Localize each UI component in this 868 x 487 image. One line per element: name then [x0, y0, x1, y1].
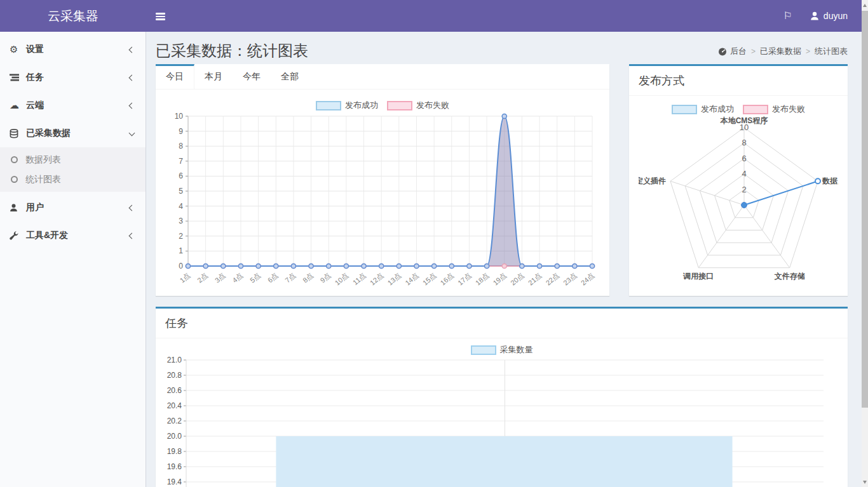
- chevron-left-icon: [129, 232, 135, 239]
- flag-menu-button[interactable]: ⚐: [775, 0, 801, 32]
- y-axis-label: 20.8: [167, 371, 182, 380]
- data-point: [467, 264, 471, 268]
- publish-method-radar-chart: 246810本地CMS程序数据库文件存储调用接口自定义插件: [639, 115, 838, 288]
- radar-axis-label: 数据库: [822, 177, 838, 185]
- radar-spoke: [670, 181, 744, 205]
- user-icon: [810, 11, 819, 20]
- data-point: [520, 264, 524, 268]
- data-point: [256, 264, 261, 268]
- hourly-chart-legend: 发布成功发布失败: [156, 100, 609, 111]
- circle-icon: [11, 156, 18, 163]
- legend-item[interactable]: 发布成功: [672, 103, 734, 115]
- sidebar-item-statistics-chart[interactable]: 统计图表: [0, 170, 146, 189]
- data-point: [432, 264, 437, 268]
- radar-tick-label: 6: [742, 154, 746, 163]
- sidebar-item-settings[interactable]: ⚙ 设置: [0, 36, 146, 63]
- sidebar-item-collected-data[interactable]: 已采集数据 数据列表 统计图表: [0, 119, 146, 192]
- legend-item[interactable]: 发布成功: [316, 100, 378, 111]
- cloud-icon: ☁: [10, 100, 26, 111]
- radar-axis-label: 调用接口: [682, 272, 714, 281]
- y-axis-label: 20.2: [167, 417, 182, 425]
- radar-tick-label: 4: [742, 169, 746, 178]
- tab-this-month[interactable]: 本月: [194, 64, 233, 89]
- x-axis-label: 10点: [334, 271, 350, 286]
- radar-axis-label: 自定义插件: [639, 177, 666, 185]
- y-axis-label: 8: [179, 142, 183, 150]
- x-axis-label: 23点: [562, 271, 578, 286]
- data-point: [238, 264, 243, 268]
- publish-method-panel: 发布方式 发布成功发布失败 246810本地CMS程序数据库文件存储调用接口自定…: [629, 64, 848, 296]
- data-point: [537, 264, 541, 268]
- x-axis-label: 24点: [580, 271, 596, 286]
- y-axis-label: 20.6: [167, 386, 182, 395]
- dashboard-icon: [718, 47, 727, 56]
- down-arrow-icon: [863, 481, 867, 484]
- radar-data-point: [742, 203, 747, 208]
- y-axis-label: 9: [179, 127, 183, 136]
- data-point: [203, 264, 208, 268]
- legend-item[interactable]: 采集数量: [471, 344, 533, 356]
- x-axis-label: 22点: [544, 271, 560, 286]
- tab-all[interactable]: 全部: [271, 64, 309, 89]
- sidebar: ⚙ 设置 任务 ☁ 云端 已采集数据: [0, 32, 146, 487]
- sidebar-item-tools-dev[interactable]: 工具&开发: [0, 222, 146, 250]
- user-menu-button[interactable]: duyun: [801, 0, 857, 32]
- breadcrumb-collected-data-link[interactable]: 已采集数据: [760, 46, 801, 57]
- tab-this-year[interactable]: 今年: [233, 64, 271, 89]
- y-axis-label: 2: [179, 232, 183, 241]
- data-point: [274, 264, 278, 268]
- hourly-line-chart: 0123456789101点2点3点4点5点6点7点8点9点10点11点12点1…: [165, 111, 600, 295]
- scroll-up-button[interactable]: [862, 0, 868, 10]
- user-name: duyun: [824, 11, 848, 21]
- y-axis-label: 21.0: [167, 356, 182, 364]
- brand-link[interactable]: 云采集器: [0, 0, 146, 32]
- data-point: [362, 264, 366, 268]
- navbar-right: ⚐ duyun: [775, 0, 857, 32]
- scroll-down-button[interactable]: [862, 477, 868, 487]
- page-scrollbar[interactable]: [862, 0, 868, 487]
- page-title: 已采集数据：统计图表: [156, 41, 308, 61]
- tasks-panel: 任务 采集数量 21.020.820.620.420.220.019.819.6…: [156, 307, 848, 487]
- top-navbar: 云采集器 ⚐ duyun: [0, 0, 862, 32]
- legend-label: 采集数量: [500, 344, 533, 356]
- x-axis-label: 3点: [214, 271, 227, 284]
- tab-today[interactable]: 今日: [156, 64, 194, 89]
- sidebar-item-data-list[interactable]: 数据列表: [0, 150, 146, 170]
- data-point: [449, 264, 454, 268]
- data-point: [397, 264, 401, 268]
- chevron-left-icon: [129, 204, 135, 211]
- data-point: [414, 264, 419, 268]
- y-axis-label: 19.8: [167, 447, 182, 456]
- legend-item[interactable]: 发布失败: [387, 100, 449, 111]
- radar-tick-label: 8: [742, 138, 746, 147]
- sidebar-item-cloud[interactable]: ☁ 云端: [0, 91, 146, 119]
- y-axis-label: 0: [179, 262, 183, 270]
- gear-icon: ⚙: [10, 44, 26, 55]
- data-point: [221, 264, 226, 268]
- bar-rect: [276, 436, 732, 487]
- sidebar-item-users[interactable]: 用户: [0, 194, 146, 222]
- radar-tick-label: 2: [742, 185, 746, 194]
- radar-axis-label: 文件存储: [774, 272, 805, 281]
- legend-swatch: [387, 101, 412, 110]
- legend-item[interactable]: 发布失败: [743, 103, 805, 115]
- x-axis-label: 1点: [178, 271, 191, 284]
- x-axis-label: 13点: [386, 271, 403, 286]
- chevron-left-icon: [129, 102, 135, 109]
- y-axis-label: 19.4: [167, 477, 182, 486]
- panel-title: 发布方式: [629, 66, 848, 96]
- scrollbar-thumb[interactable]: [862, 11, 868, 408]
- y-axis-label: 1: [179, 246, 183, 255]
- data-point: [590, 264, 594, 268]
- radar-spoke: [744, 205, 790, 268]
- sidebar-item-tasks[interactable]: 任务: [0, 63, 146, 91]
- y-axis-label: 4: [179, 202, 183, 211]
- breadcrumb-home-link[interactable]: 后台: [718, 46, 747, 57]
- x-axis-label: 9点: [319, 271, 332, 284]
- x-axis-label: 16点: [439, 271, 456, 286]
- x-axis-label: 6点: [266, 271, 280, 284]
- data-point: [555, 264, 559, 268]
- radar-axis-label: 本地CMS程序: [720, 116, 768, 125]
- sidebar-toggle-button[interactable]: [146, 0, 175, 32]
- data-point: [327, 264, 331, 268]
